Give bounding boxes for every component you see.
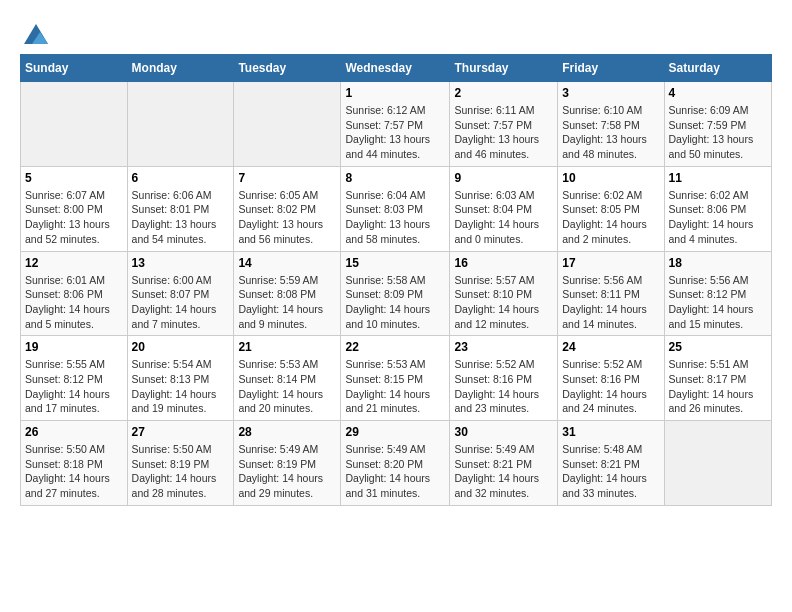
calendar-cell: 8Sunrise: 6:04 AMSunset: 8:03 PMDaylight… bbox=[341, 166, 450, 251]
day-info: Sunrise: 5:49 AMSunset: 8:20 PMDaylight:… bbox=[345, 442, 445, 501]
day-info: Sunrise: 5:48 AMSunset: 8:21 PMDaylight:… bbox=[562, 442, 659, 501]
calendar-cell: 24Sunrise: 5:52 AMSunset: 8:16 PMDayligh… bbox=[558, 336, 664, 421]
day-number: 28 bbox=[238, 425, 336, 439]
calendar-cell: 23Sunrise: 5:52 AMSunset: 8:16 PMDayligh… bbox=[450, 336, 558, 421]
calendar-cell: 25Sunrise: 5:51 AMSunset: 8:17 PMDayligh… bbox=[664, 336, 771, 421]
day-number: 16 bbox=[454, 256, 553, 270]
day-info: Sunrise: 6:01 AMSunset: 8:06 PMDaylight:… bbox=[25, 273, 123, 332]
calendar-cell: 19Sunrise: 5:55 AMSunset: 8:12 PMDayligh… bbox=[21, 336, 128, 421]
day-info: Sunrise: 5:54 AMSunset: 8:13 PMDaylight:… bbox=[132, 357, 230, 416]
calendar-cell: 12Sunrise: 6:01 AMSunset: 8:06 PMDayligh… bbox=[21, 251, 128, 336]
weekday-header-saturday: Saturday bbox=[664, 55, 771, 82]
day-number: 30 bbox=[454, 425, 553, 439]
week-row-2: 5Sunrise: 6:07 AMSunset: 8:00 PMDaylight… bbox=[21, 166, 772, 251]
day-number: 1 bbox=[345, 86, 445, 100]
logo bbox=[20, 20, 50, 44]
weekday-header-row: SundayMondayTuesdayWednesdayThursdayFrid… bbox=[21, 55, 772, 82]
calendar-cell bbox=[127, 82, 234, 167]
day-info: Sunrise: 5:50 AMSunset: 8:18 PMDaylight:… bbox=[25, 442, 123, 501]
day-number: 8 bbox=[345, 171, 445, 185]
day-info: Sunrise: 5:52 AMSunset: 8:16 PMDaylight:… bbox=[562, 357, 659, 416]
weekday-header-monday: Monday bbox=[127, 55, 234, 82]
day-info: Sunrise: 5:56 AMSunset: 8:11 PMDaylight:… bbox=[562, 273, 659, 332]
weekday-header-friday: Friday bbox=[558, 55, 664, 82]
day-info: Sunrise: 5:49 AMSunset: 8:21 PMDaylight:… bbox=[454, 442, 553, 501]
calendar-cell: 7Sunrise: 6:05 AMSunset: 8:02 PMDaylight… bbox=[234, 166, 341, 251]
day-number: 18 bbox=[669, 256, 767, 270]
day-number: 24 bbox=[562, 340, 659, 354]
day-info: Sunrise: 5:50 AMSunset: 8:19 PMDaylight:… bbox=[132, 442, 230, 501]
day-number: 17 bbox=[562, 256, 659, 270]
day-info: Sunrise: 5:55 AMSunset: 8:12 PMDaylight:… bbox=[25, 357, 123, 416]
day-number: 23 bbox=[454, 340, 553, 354]
calendar-cell: 6Sunrise: 6:06 AMSunset: 8:01 PMDaylight… bbox=[127, 166, 234, 251]
calendar-cell bbox=[21, 82, 128, 167]
calendar-table: SundayMondayTuesdayWednesdayThursdayFrid… bbox=[20, 54, 772, 506]
day-number: 6 bbox=[132, 171, 230, 185]
day-info: Sunrise: 6:09 AMSunset: 7:59 PMDaylight:… bbox=[669, 103, 767, 162]
calendar-cell: 26Sunrise: 5:50 AMSunset: 8:18 PMDayligh… bbox=[21, 421, 128, 506]
calendar-cell: 11Sunrise: 6:02 AMSunset: 8:06 PMDayligh… bbox=[664, 166, 771, 251]
day-number: 11 bbox=[669, 171, 767, 185]
day-info: Sunrise: 6:06 AMSunset: 8:01 PMDaylight:… bbox=[132, 188, 230, 247]
week-row-3: 12Sunrise: 6:01 AMSunset: 8:06 PMDayligh… bbox=[21, 251, 772, 336]
calendar-cell: 4Sunrise: 6:09 AMSunset: 7:59 PMDaylight… bbox=[664, 82, 771, 167]
day-info: Sunrise: 5:53 AMSunset: 8:14 PMDaylight:… bbox=[238, 357, 336, 416]
calendar-cell: 18Sunrise: 5:56 AMSunset: 8:12 PMDayligh… bbox=[664, 251, 771, 336]
calendar-cell bbox=[234, 82, 341, 167]
calendar-cell: 28Sunrise: 5:49 AMSunset: 8:19 PMDayligh… bbox=[234, 421, 341, 506]
logo-icon bbox=[22, 20, 50, 48]
calendar-cell: 30Sunrise: 5:49 AMSunset: 8:21 PMDayligh… bbox=[450, 421, 558, 506]
calendar-cell: 22Sunrise: 5:53 AMSunset: 8:15 PMDayligh… bbox=[341, 336, 450, 421]
day-number: 3 bbox=[562, 86, 659, 100]
day-info: Sunrise: 6:07 AMSunset: 8:00 PMDaylight:… bbox=[25, 188, 123, 247]
week-row-5: 26Sunrise: 5:50 AMSunset: 8:18 PMDayligh… bbox=[21, 421, 772, 506]
day-number: 14 bbox=[238, 256, 336, 270]
weekday-header-wednesday: Wednesday bbox=[341, 55, 450, 82]
day-info: Sunrise: 5:56 AMSunset: 8:12 PMDaylight:… bbox=[669, 273, 767, 332]
day-info: Sunrise: 6:10 AMSunset: 7:58 PMDaylight:… bbox=[562, 103, 659, 162]
calendar-cell: 21Sunrise: 5:53 AMSunset: 8:14 PMDayligh… bbox=[234, 336, 341, 421]
calendar-cell: 2Sunrise: 6:11 AMSunset: 7:57 PMDaylight… bbox=[450, 82, 558, 167]
day-info: Sunrise: 6:03 AMSunset: 8:04 PMDaylight:… bbox=[454, 188, 553, 247]
day-number: 27 bbox=[132, 425, 230, 439]
day-info: Sunrise: 5:53 AMSunset: 8:15 PMDaylight:… bbox=[345, 357, 445, 416]
day-number: 10 bbox=[562, 171, 659, 185]
day-number: 15 bbox=[345, 256, 445, 270]
day-info: Sunrise: 6:02 AMSunset: 8:06 PMDaylight:… bbox=[669, 188, 767, 247]
calendar-cell bbox=[664, 421, 771, 506]
day-number: 19 bbox=[25, 340, 123, 354]
calendar-cell: 29Sunrise: 5:49 AMSunset: 8:20 PMDayligh… bbox=[341, 421, 450, 506]
calendar-cell: 9Sunrise: 6:03 AMSunset: 8:04 PMDaylight… bbox=[450, 166, 558, 251]
calendar-cell: 13Sunrise: 6:00 AMSunset: 8:07 PMDayligh… bbox=[127, 251, 234, 336]
day-info: Sunrise: 5:57 AMSunset: 8:10 PMDaylight:… bbox=[454, 273, 553, 332]
day-number: 5 bbox=[25, 171, 123, 185]
day-info: Sunrise: 5:58 AMSunset: 8:09 PMDaylight:… bbox=[345, 273, 445, 332]
calendar-cell: 31Sunrise: 5:48 AMSunset: 8:21 PMDayligh… bbox=[558, 421, 664, 506]
calendar-cell: 17Sunrise: 5:56 AMSunset: 8:11 PMDayligh… bbox=[558, 251, 664, 336]
calendar-cell: 16Sunrise: 5:57 AMSunset: 8:10 PMDayligh… bbox=[450, 251, 558, 336]
day-info: Sunrise: 6:00 AMSunset: 8:07 PMDaylight:… bbox=[132, 273, 230, 332]
week-row-1: 1Sunrise: 6:12 AMSunset: 7:57 PMDaylight… bbox=[21, 82, 772, 167]
day-number: 29 bbox=[345, 425, 445, 439]
calendar-cell: 10Sunrise: 6:02 AMSunset: 8:05 PMDayligh… bbox=[558, 166, 664, 251]
day-number: 4 bbox=[669, 86, 767, 100]
day-info: Sunrise: 6:12 AMSunset: 7:57 PMDaylight:… bbox=[345, 103, 445, 162]
page-header bbox=[20, 20, 772, 44]
weekday-header-sunday: Sunday bbox=[21, 55, 128, 82]
day-number: 12 bbox=[25, 256, 123, 270]
day-number: 31 bbox=[562, 425, 659, 439]
weekday-header-tuesday: Tuesday bbox=[234, 55, 341, 82]
day-info: Sunrise: 6:02 AMSunset: 8:05 PMDaylight:… bbox=[562, 188, 659, 247]
day-info: Sunrise: 6:04 AMSunset: 8:03 PMDaylight:… bbox=[345, 188, 445, 247]
calendar-cell: 27Sunrise: 5:50 AMSunset: 8:19 PMDayligh… bbox=[127, 421, 234, 506]
day-number: 21 bbox=[238, 340, 336, 354]
day-info: Sunrise: 6:05 AMSunset: 8:02 PMDaylight:… bbox=[238, 188, 336, 247]
calendar-cell: 5Sunrise: 6:07 AMSunset: 8:00 PMDaylight… bbox=[21, 166, 128, 251]
day-info: Sunrise: 5:49 AMSunset: 8:19 PMDaylight:… bbox=[238, 442, 336, 501]
day-info: Sunrise: 6:11 AMSunset: 7:57 PMDaylight:… bbox=[454, 103, 553, 162]
day-info: Sunrise: 5:59 AMSunset: 8:08 PMDaylight:… bbox=[238, 273, 336, 332]
calendar-cell: 20Sunrise: 5:54 AMSunset: 8:13 PMDayligh… bbox=[127, 336, 234, 421]
calendar-cell: 15Sunrise: 5:58 AMSunset: 8:09 PMDayligh… bbox=[341, 251, 450, 336]
day-number: 2 bbox=[454, 86, 553, 100]
